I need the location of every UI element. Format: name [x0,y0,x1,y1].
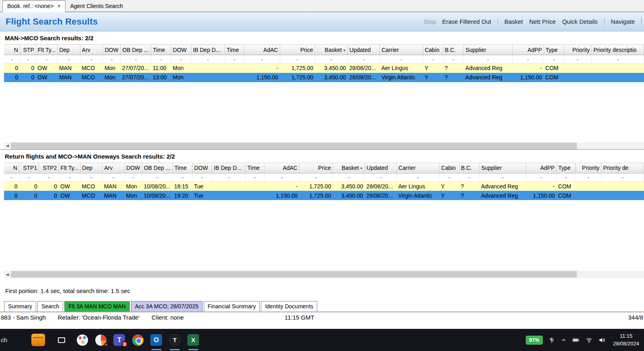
column-header-updated[interactable]: Updated [348,45,380,55]
filter-cell[interactable]: - [246,173,265,182]
taskbar-app-excel[interactable]: X [184,329,203,351]
filter-cell[interactable]: - [19,173,39,182]
column-header-priority-descriptio[interactable]: Priority descriptio [592,45,644,55]
filter-cell[interactable]: - [4,173,19,182]
result-row[interactable]: 000OWMCOMANMon10/08/20...18:15Tue-1,725.… [4,182,644,191]
filter-cell[interactable]: - [192,173,212,182]
column-header-type[interactable]: Type [544,45,564,55]
return-hscroll[interactable]: ◀ [4,271,644,278]
filter-cell[interactable]: - [564,55,591,64]
column-header-price[interactable]: Price [280,45,315,55]
taskbar-app-palette[interactable] [73,329,92,351]
filter-cell[interactable]: - [103,173,125,182]
column-header-arv[interactable]: Arv [103,163,125,173]
column-header-flt-ty[interactable]: Flt Ty... [36,45,57,55]
menu-erase-filtered-out[interactable]: Erase Filtered Out [442,18,491,25]
network-icon[interactable] [586,337,593,343]
column-header-b-c[interactable]: B.C. [459,163,479,173]
filter-cell[interactable]: - [59,173,80,182]
filter-cell[interactable]: - [601,173,644,182]
column-header-dow[interactable]: DOW [125,163,142,173]
filter-cell[interactable]: - [464,55,513,64]
filter-cell[interactable]: - [20,55,36,64]
tab-search[interactable]: Search [37,301,63,312]
filter-cell[interactable]: - [459,173,479,182]
filter-cell[interactable]: - [443,55,464,64]
column-header-ib-dep-d[interactable]: IB Dep D... [191,45,225,55]
column-header-dow[interactable]: DOW [171,45,191,55]
battery-percent-badge[interactable]: 97% [526,336,543,345]
filter-cell[interactable]: - [365,173,396,182]
column-header-basket[interactable]: Basket▼ [333,163,365,173]
column-header-time[interactable]: Time [246,163,265,173]
menu-nett-price[interactable]: Nett Price [529,18,556,25]
volume-icon[interactable] [599,337,605,343]
scroll-track[interactable] [11,142,644,149]
scroll-left-icon[interactable]: ◀ [4,271,11,278]
result-row[interactable]: 00OWMANMCOMon27/07/20...11:00Mon-1,725.0… [4,64,644,73]
filter-cell[interactable]: - [57,55,80,64]
column-header-time[interactable]: Time [225,45,244,55]
scroll-thumb[interactable] [11,142,577,149]
taskbar-app-t-dark[interactable]: T [166,329,184,351]
filter-cell[interactable]: - [80,173,103,182]
taskbar-clock[interactable]: 11:15 28/08/2024 [613,332,639,348]
column-header-price[interactable]: Price [299,163,332,173]
column-header-cabin[interactable]: Cabin [423,45,443,55]
column-header-priority-de[interactable]: Priority de [601,163,644,173]
column-header-time[interactable]: Time [151,45,171,55]
column-header-n[interactable]: N [4,163,19,173]
column-header-ob-dep[interactable]: OB Dep ... [121,45,151,55]
filter-cell[interactable]: - [265,173,299,182]
filter-cell[interactable]: - [439,173,459,182]
tab-flt-3a-man-mco-man[interactable]: Flt 3A MAN MCO MAN [64,301,129,312]
taskbar-app-browser2[interactable] [92,329,110,351]
filter-cell[interactable]: - [39,173,59,182]
filter-cell[interactable]: - [513,55,544,64]
column-header-updated[interactable]: Updated [365,163,396,173]
tab-agent-clients-search[interactable]: Agent Clients Search [66,1,127,12]
column-header-adpp[interactable]: AdPP [526,163,556,173]
filter-cell[interactable]: - [556,173,575,182]
filter-cell[interactable]: - [244,55,280,64]
filter-cell[interactable]: - [103,55,121,64]
filter-cell[interactable]: - [423,55,443,64]
filter-cell[interactable]: - [526,173,556,182]
column-header-basket[interactable]: Basket▼ [315,45,347,55]
column-header-ob-dep[interactable]: OB Dep ... [142,163,172,173]
filter-cell[interactable]: - [225,55,244,64]
taskbar-app-orange[interactable] [27,329,50,351]
taskbar-task-view[interactable] [50,329,73,351]
chevron-up-icon[interactable] [561,337,566,343]
filter-cell[interactable]: - [36,55,57,64]
column-header-dep[interactable]: Dep [57,45,80,55]
column-header-stp1[interactable]: STP1 [19,163,39,173]
menu-navigate[interactable]: Navigate [611,18,635,25]
column-header-priority[interactable]: Priority [575,163,601,173]
tab-booking-ref[interactable]: Book. ref.: <none> ✕ [2,0,66,12]
column-header-dep[interactable]: Dep [80,163,103,173]
filter-cell[interactable]: - [191,55,225,64]
column-header-stp2[interactable]: STP2 [39,163,59,173]
column-header-dow[interactable]: DOW [103,45,121,55]
scroll-thumb[interactable] [11,271,577,278]
filter-cell[interactable]: - [575,173,601,182]
tab-summary[interactable]: Summary [4,301,36,312]
column-header-carrier[interactable]: Carrier [397,163,439,173]
filter-cell[interactable]: - [544,55,564,64]
column-header-flt-ty[interactable]: Flt Ty... [59,163,80,173]
result-row[interactable]: 00OWMANMCOMon27/07/20...13:00Mon1,150.00… [4,73,644,82]
filter-cell[interactable]: - [380,55,423,64]
column-header-arv[interactable]: Arv [80,45,103,55]
column-header-priority[interactable]: Priority [564,45,591,55]
filter-cell[interactable]: - [397,173,439,182]
filter-cell[interactable]: - [171,55,191,64]
column-header-n[interactable]: N [4,45,20,55]
column-header-type[interactable]: Type [556,163,575,173]
filter-cell[interactable]: - [299,173,332,182]
column-header-b-c[interactable]: B.C. [443,45,464,55]
taskbar-app-chrome[interactable] [129,329,147,351]
column-header-supplier[interactable]: Supplier [479,163,526,173]
filter-cell[interactable]: - [280,55,315,64]
filter-cell[interactable]: - [348,55,380,64]
